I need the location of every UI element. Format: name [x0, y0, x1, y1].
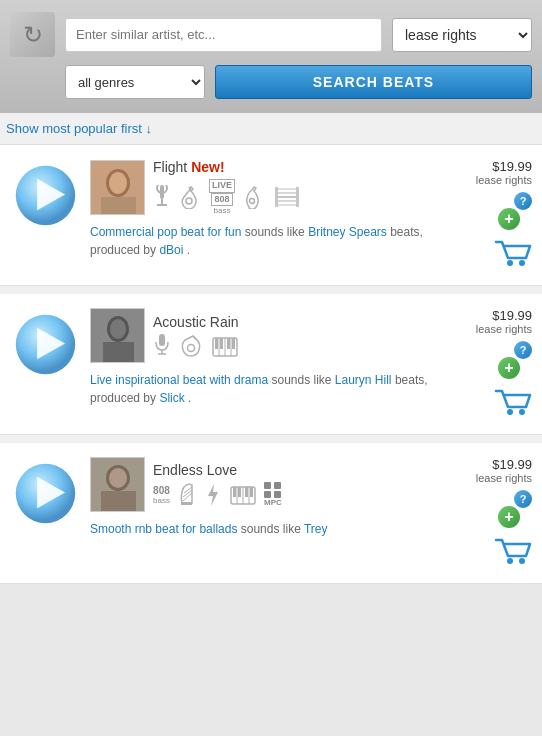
help-icon[interactable]: ? — [514, 192, 532, 210]
price-amount: $19.99 — [476, 159, 532, 174]
svg-rect-55 — [233, 487, 236, 497]
cart-area: + — [494, 514, 532, 569]
beat-title: Acoustic Rain — [153, 314, 442, 330]
play-button[interactable] — [10, 308, 80, 378]
add-to-cart-button[interactable]: + — [494, 365, 532, 420]
play-button[interactable] — [10, 457, 80, 527]
svg-point-20 — [507, 260, 513, 266]
play-svg — [13, 311, 78, 376]
play-button[interactable] — [10, 159, 80, 229]
add-circle: + — [498, 208, 520, 230]
instruments-row: LIVE 808 bass — [153, 179, 442, 215]
svg-rect-47 — [101, 491, 136, 512]
cart-area: + — [494, 216, 532, 271]
instrument-piano — [211, 334, 239, 358]
svg-line-49 — [183, 493, 192, 501]
price-type: lease rights — [476, 174, 532, 186]
search-beats-button[interactable]: SEARCH BEATS — [215, 65, 532, 99]
add-to-cart-button[interactable]: + — [494, 216, 532, 271]
add-to-cart-button[interactable]: + — [494, 514, 532, 569]
beat-producer-link[interactable]: Slick — [159, 391, 184, 405]
sort-bar: Show most popular first ↓ — [0, 113, 542, 145]
instrument-thunder — [204, 483, 222, 507]
beat-desc-link[interactable]: Commercial pop beat for fun — [90, 225, 241, 239]
logo-icon: ↻ — [23, 21, 43, 49]
beat-header: Acoustic Rain — [90, 308, 442, 363]
svg-point-10 — [186, 198, 192, 204]
rights-select[interactable]: lease rights exclusive rights non-exclus… — [392, 18, 532, 52]
instruments-row — [153, 334, 442, 358]
beat-content: Flight New! — [90, 159, 442, 259]
sounds-like-prefix: sounds like — [245, 225, 308, 239]
svg-point-27 — [110, 319, 126, 339]
svg-point-41 — [507, 409, 513, 415]
beat-item: Acoustic Rain — [0, 294, 542, 435]
svg-rect-52 — [181, 502, 192, 505]
instrument-piano2 — [230, 484, 256, 506]
price-amount: $19.99 — [476, 308, 532, 323]
svg-marker-53 — [208, 484, 218, 506]
help-icon[interactable]: ? — [514, 341, 532, 359]
svg-rect-58 — [250, 487, 253, 497]
beat-title-text: Flight — [153, 159, 187, 175]
header-row2: all genres hip hop r&b pop rock SEARCH B… — [10, 65, 532, 99]
header-row1: ↻ lease rights exclusive rights non-excl… — [10, 12, 532, 57]
beat-artist-link[interactable]: Britney Spears — [308, 225, 387, 239]
beat-title: Endless Love — [153, 462, 442, 478]
beat-artist-link[interactable]: Lauryn Hill — [335, 373, 392, 387]
price-type: lease rights — [476, 323, 532, 335]
beat-item: Flight New! — [0, 145, 542, 286]
beat-desc-link[interactable]: Live inspirational beat with drama — [90, 373, 268, 387]
svg-rect-19 — [296, 187, 299, 207]
play-svg — [13, 460, 78, 525]
help-icon[interactable]: ? — [514, 490, 532, 508]
sort-arrow: ↓ — [145, 121, 152, 136]
svg-point-5 — [109, 172, 127, 194]
svg-rect-37 — [232, 338, 235, 349]
svg-point-21 — [519, 260, 525, 266]
beat-info: Endless Love 808 bass — [153, 462, 442, 507]
logo-area: ↻ — [10, 12, 55, 57]
svg-point-48 — [109, 468, 127, 488]
beat-desc-link[interactable]: Smooth rnb beat for ballads — [90, 522, 237, 536]
svg-rect-57 — [245, 487, 248, 497]
sounds-like-prefix: sounds like — [271, 373, 334, 387]
svg-line-50 — [183, 490, 192, 497]
sort-link[interactable]: Show most popular first — [6, 121, 142, 136]
beat-price-area: $19.99 lease rights ? + — [452, 457, 532, 569]
sounds-like-prefix: sounds like — [241, 522, 304, 536]
svg-point-42 — [519, 409, 525, 415]
new-badge: New! — [191, 159, 224, 175]
price-info: $19.99 lease rights — [476, 159, 532, 186]
beat-price-area: $19.99 lease rights ? + — [452, 308, 532, 420]
beat-producer-link[interactable]: dBoi — [159, 243, 183, 257]
cart-svg — [494, 536, 532, 566]
search-input[interactable] — [65, 18, 382, 52]
instrument-live-808: LIVE 808 bass — [209, 179, 235, 215]
beat-description: Commercial pop beat for fun sounds like … — [90, 223, 442, 259]
beat-description: Live inspirational beat with drama sound… — [90, 371, 442, 407]
beat-price-area: $19.99 lease rights ? + — [452, 159, 532, 271]
svg-rect-56 — [238, 487, 241, 497]
price-amount: $19.99 — [476, 457, 532, 472]
cart-area: + — [494, 365, 532, 420]
cart-svg — [494, 238, 532, 268]
beat-content: Endless Love 808 bass — [90, 457, 442, 538]
beat-title-text: Endless Love — [153, 462, 237, 478]
beat-thumbnail — [90, 160, 145, 215]
svg-rect-35 — [220, 338, 223, 349]
beat-artist-link[interactable]: Trey — [304, 522, 328, 536]
svg-rect-18 — [275, 187, 278, 207]
svg-rect-4 — [101, 197, 136, 215]
svg-line-51 — [184, 487, 192, 493]
app-container: ↻ lease rights exclusive rights non-excl… — [0, 0, 542, 584]
add-circle: + — [498, 357, 520, 379]
beat-header: Endless Love 808 bass — [90, 457, 442, 512]
instrument-micstand — [153, 185, 171, 209]
svg-point-62 — [507, 558, 513, 564]
beat-info: Flight New! — [153, 159, 442, 215]
genre-select[interactable]: all genres hip hop r&b pop rock — [65, 65, 205, 99]
instrument-guitar1 — [179, 185, 201, 209]
svg-point-63 — [519, 558, 525, 564]
cart-svg — [494, 387, 532, 417]
